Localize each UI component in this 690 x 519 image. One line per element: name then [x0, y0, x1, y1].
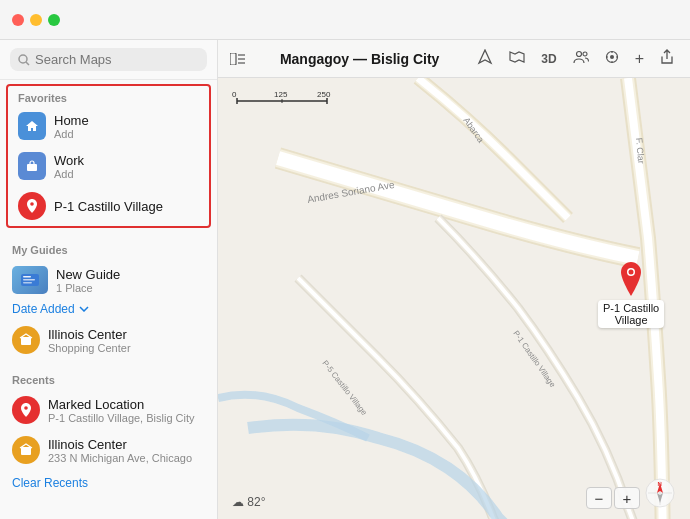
share-icon[interactable]	[656, 47, 678, 70]
work-text: Work Add	[54, 153, 84, 180]
recent-marked-text: Marked Location P-1 Castillo Village, Bi…	[48, 397, 195, 424]
sidebar-item-home[interactable]: Home Add	[8, 106, 209, 146]
illinois-guide-title: Illinois Center	[48, 327, 131, 342]
traffic-lights	[12, 14, 60, 26]
illinois-guide-text: Illinois Center Shopping Center	[48, 327, 131, 354]
svg-rect-7	[23, 282, 32, 284]
work-title: Work	[54, 153, 84, 168]
map-area[interactable]: Mangagoy — Bislig City 3D	[218, 40, 690, 519]
svg-rect-10	[21, 447, 31, 455]
date-added-dropdown[interactable]: Date Added	[0, 300, 217, 320]
scale-bar: 0 125 250 ft	[232, 90, 332, 110]
recents-label: Recents	[0, 366, 217, 390]
minimize-button[interactable]	[30, 14, 42, 26]
svg-rect-2	[27, 164, 37, 171]
recent-illinois-title: Illinois Center	[48, 437, 192, 452]
favorites-label: Favorites	[8, 86, 209, 106]
guide-title: New Guide	[56, 267, 120, 282]
svg-rect-11	[230, 53, 236, 65]
recent-illinois[interactable]: Illinois Center 233 N Michigan Ave, Chic…	[0, 430, 217, 470]
home-title: Home	[54, 113, 89, 128]
castillo-title: P-1 Castillo Village	[54, 199, 163, 214]
svg-point-0	[19, 55, 27, 63]
guides-section: My Guides New Guide 1 Place Date Added	[0, 236, 217, 360]
location-icon[interactable]	[601, 48, 623, 69]
recent-marked-location[interactable]: Marked Location P-1 Castillo Village, Bi…	[0, 390, 217, 430]
zoom-out-button[interactable]: −	[586, 487, 612, 509]
recent-illinois-sub: 233 N Michigan Ave, Chicago	[48, 452, 192, 464]
titlebar	[0, 0, 690, 40]
close-button[interactable]	[12, 14, 24, 26]
new-guide-item[interactable]: New Guide 1 Place	[0, 260, 217, 300]
zoom-controls: − +	[586, 487, 640, 509]
svg-text:125: 125	[274, 90, 288, 99]
sidebar-toggle-icon[interactable]	[230, 53, 246, 65]
sidebar: Favorites Home Add	[0, 40, 218, 519]
svg-rect-5	[23, 276, 31, 278]
recent-red-icon	[12, 396, 40, 424]
search-wrapper[interactable]	[10, 48, 207, 71]
search-icon	[18, 54, 30, 66]
work-sub: Add	[54, 168, 84, 180]
illinois-guide-item[interactable]: Illinois Center Shopping Center	[0, 320, 217, 360]
svg-point-16	[583, 52, 587, 56]
zoom-in-button[interactable]: +	[614, 487, 640, 509]
svg-rect-8	[21, 337, 31, 345]
home-text: Home Add	[54, 113, 89, 140]
map-type-icon[interactable]	[505, 47, 529, 70]
illinois-guide-sub: Shopping Center	[48, 342, 131, 354]
map-pin[interactable]: P-1 Castillo Village	[598, 260, 664, 328]
date-added-label: Date Added	[12, 302, 75, 316]
home-icon	[18, 112, 46, 140]
guide-text: New Guide 1 Place	[56, 267, 120, 294]
svg-point-3	[30, 202, 34, 206]
temperature-display: ☁ 82°	[232, 495, 266, 509]
sidebar-item-castillo[interactable]: P-1 Castillo Village	[8, 186, 209, 226]
svg-text:250 ft: 250 ft	[317, 90, 332, 99]
add-icon[interactable]: +	[631, 48, 648, 70]
recent-yellow-icon	[12, 436, 40, 464]
favorites-section: Favorites Home Add	[6, 84, 211, 228]
chevron-down-icon	[79, 306, 89, 312]
recent-marked-sub: P-1 Castillo Village, Bislig City	[48, 412, 195, 424]
guide-sub: 1 Place	[56, 282, 120, 294]
svg-line-1	[26, 62, 29, 65]
three-d-label[interactable]: 3D	[537, 50, 560, 68]
guide-icon	[12, 266, 48, 294]
map-toolbar: Mangagoy — Bislig City 3D	[218, 40, 690, 78]
recent-marked-title: Marked Location	[48, 397, 195, 412]
recent-illinois-text: Illinois Center 233 N Michigan Ave, Chic…	[48, 437, 192, 464]
svg-rect-6	[23, 279, 35, 281]
search-bar	[0, 40, 217, 80]
castillo-pin-icon	[18, 192, 46, 220]
map-title: Mangagoy — Bislig City	[254, 51, 465, 67]
svg-text:0: 0	[232, 90, 237, 99]
main-layout: Favorites Home Add	[0, 40, 690, 519]
svg-point-37	[629, 270, 634, 275]
svg-point-9	[24, 406, 28, 410]
maximize-button[interactable]	[48, 14, 60, 26]
sidebar-item-work[interactable]: Work Add	[8, 146, 209, 186]
cloud-icon: ☁	[232, 495, 244, 509]
recents-section: Recents Marked Location P-1 Castillo Vil…	[0, 366, 217, 498]
illinois-guide-icon	[12, 326, 40, 354]
pin-label: P-1 Castillo Village	[598, 300, 664, 328]
svg-text:N: N	[658, 481, 662, 487]
search-input[interactable]	[35, 52, 199, 67]
guides-label: My Guides	[0, 236, 217, 260]
compass[interactable]: N	[644, 477, 676, 509]
temperature: 82°	[247, 495, 265, 509]
work-icon	[18, 152, 46, 180]
svg-point-18	[610, 55, 614, 59]
home-sub: Add	[54, 128, 89, 140]
clear-recents-button[interactable]: Clear Recents	[0, 470, 217, 498]
svg-point-15	[576, 52, 581, 57]
users-icon[interactable]	[569, 47, 593, 70]
navigation-icon[interactable]	[473, 47, 497, 70]
castillo-text: P-1 Castillo Village	[54, 199, 163, 214]
